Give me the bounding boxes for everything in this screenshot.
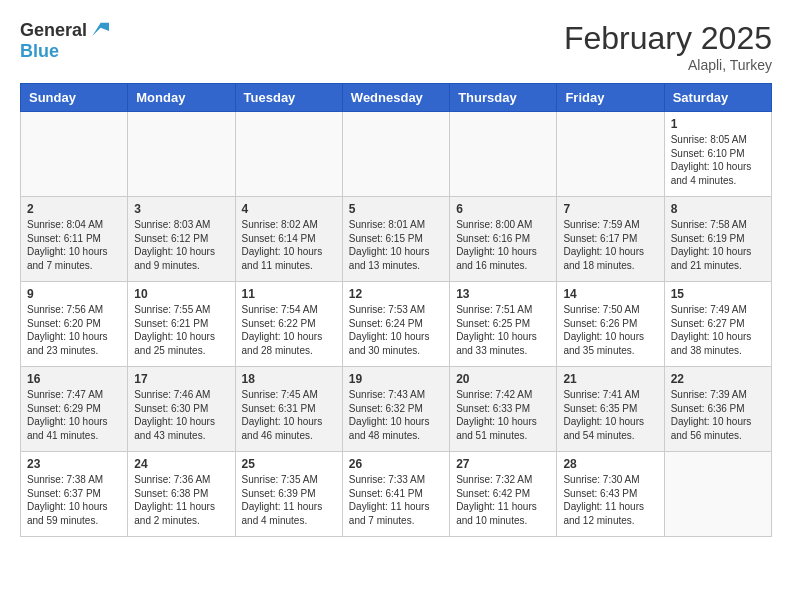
calendar-day: 24Sunrise: 7:36 AM Sunset: 6:38 PM Dayli… <box>128 452 235 537</box>
day-number: 20 <box>456 372 550 386</box>
calendar-day: 15Sunrise: 7:49 AM Sunset: 6:27 PM Dayli… <box>664 282 771 367</box>
subtitle: Alapli, Turkey <box>564 57 772 73</box>
day-number: 3 <box>134 202 228 216</box>
calendar-day: 18Sunrise: 7:45 AM Sunset: 6:31 PM Dayli… <box>235 367 342 452</box>
day-info: Sunrise: 8:04 AM Sunset: 6:11 PM Dayligh… <box>27 218 121 272</box>
day-number: 22 <box>671 372 765 386</box>
day-info: Sunrise: 8:00 AM Sunset: 6:16 PM Dayligh… <box>456 218 550 272</box>
day-number: 5 <box>349 202 443 216</box>
calendar-day: 12Sunrise: 7:53 AM Sunset: 6:24 PM Dayli… <box>342 282 449 367</box>
weekday-header-wednesday: Wednesday <box>342 84 449 112</box>
calendar-week-row: 16Sunrise: 7:47 AM Sunset: 6:29 PM Dayli… <box>21 367 772 452</box>
day-number: 7 <box>563 202 657 216</box>
page-header: General Blue February 2025 Alapli, Turke… <box>20 20 772 73</box>
calendar-day: 8Sunrise: 7:58 AM Sunset: 6:19 PM Daylig… <box>664 197 771 282</box>
day-number: 16 <box>27 372 121 386</box>
day-info: Sunrise: 7:47 AM Sunset: 6:29 PM Dayligh… <box>27 388 121 442</box>
day-info: Sunrise: 7:36 AM Sunset: 6:38 PM Dayligh… <box>134 473 228 527</box>
day-number: 15 <box>671 287 765 301</box>
day-number: 10 <box>134 287 228 301</box>
calendar-day: 9Sunrise: 7:56 AM Sunset: 6:20 PM Daylig… <box>21 282 128 367</box>
day-number: 27 <box>456 457 550 471</box>
day-info: Sunrise: 7:39 AM Sunset: 6:36 PM Dayligh… <box>671 388 765 442</box>
calendar-week-row: 1Sunrise: 8:05 AM Sunset: 6:10 PM Daylig… <box>21 112 772 197</box>
day-info: Sunrise: 7:51 AM Sunset: 6:25 PM Dayligh… <box>456 303 550 357</box>
calendar-day: 5Sunrise: 8:01 AM Sunset: 6:15 PM Daylig… <box>342 197 449 282</box>
calendar-day: 19Sunrise: 7:43 AM Sunset: 6:32 PM Dayli… <box>342 367 449 452</box>
calendar-day <box>450 112 557 197</box>
calendar-day: 4Sunrise: 8:02 AM Sunset: 6:14 PM Daylig… <box>235 197 342 282</box>
title-block: February 2025 Alapli, Turkey <box>564 20 772 73</box>
calendar-day: 27Sunrise: 7:32 AM Sunset: 6:42 PM Dayli… <box>450 452 557 537</box>
calendar-day: 16Sunrise: 7:47 AM Sunset: 6:29 PM Dayli… <box>21 367 128 452</box>
day-info: Sunrise: 7:33 AM Sunset: 6:41 PM Dayligh… <box>349 473 443 527</box>
day-info: Sunrise: 7:38 AM Sunset: 6:37 PM Dayligh… <box>27 473 121 527</box>
calendar-day: 10Sunrise: 7:55 AM Sunset: 6:21 PM Dayli… <box>128 282 235 367</box>
calendar-day: 6Sunrise: 8:00 AM Sunset: 6:16 PM Daylig… <box>450 197 557 282</box>
day-number: 2 <box>27 202 121 216</box>
day-number: 1 <box>671 117 765 131</box>
weekday-header-thursday: Thursday <box>450 84 557 112</box>
day-info: Sunrise: 7:56 AM Sunset: 6:20 PM Dayligh… <box>27 303 121 357</box>
day-info: Sunrise: 7:41 AM Sunset: 6:35 PM Dayligh… <box>563 388 657 442</box>
day-number: 9 <box>27 287 121 301</box>
day-info: Sunrise: 7:30 AM Sunset: 6:43 PM Dayligh… <box>563 473 657 527</box>
calendar-header-row: SundayMondayTuesdayWednesdayThursdayFrid… <box>21 84 772 112</box>
day-number: 14 <box>563 287 657 301</box>
day-number: 23 <box>27 457 121 471</box>
calendar-day: 1Sunrise: 8:05 AM Sunset: 6:10 PM Daylig… <box>664 112 771 197</box>
weekday-header-tuesday: Tuesday <box>235 84 342 112</box>
day-number: 4 <box>242 202 336 216</box>
calendar-table: SundayMondayTuesdayWednesdayThursdayFrid… <box>20 83 772 537</box>
day-info: Sunrise: 7:49 AM Sunset: 6:27 PM Dayligh… <box>671 303 765 357</box>
calendar-day <box>235 112 342 197</box>
calendar-day: 14Sunrise: 7:50 AM Sunset: 6:26 PM Dayli… <box>557 282 664 367</box>
day-number: 26 <box>349 457 443 471</box>
logo-general-text: General <box>20 20 87 41</box>
day-number: 18 <box>242 372 336 386</box>
calendar-week-row: 2Sunrise: 8:04 AM Sunset: 6:11 PM Daylig… <box>21 197 772 282</box>
day-number: 25 <box>242 457 336 471</box>
day-info: Sunrise: 8:05 AM Sunset: 6:10 PM Dayligh… <box>671 133 765 187</box>
logo-blue-text: Blue <box>20 41 59 62</box>
svg-marker-0 <box>92 22 109 35</box>
calendar-day: 21Sunrise: 7:41 AM Sunset: 6:35 PM Dayli… <box>557 367 664 452</box>
calendar-day: 11Sunrise: 7:54 AM Sunset: 6:22 PM Dayli… <box>235 282 342 367</box>
calendar-day: 25Sunrise: 7:35 AM Sunset: 6:39 PM Dayli… <box>235 452 342 537</box>
day-number: 21 <box>563 372 657 386</box>
calendar-day: 22Sunrise: 7:39 AM Sunset: 6:36 PM Dayli… <box>664 367 771 452</box>
day-number: 6 <box>456 202 550 216</box>
day-info: Sunrise: 7:46 AM Sunset: 6:30 PM Dayligh… <box>134 388 228 442</box>
day-info: Sunrise: 7:50 AM Sunset: 6:26 PM Dayligh… <box>563 303 657 357</box>
calendar-day <box>21 112 128 197</box>
calendar-day <box>557 112 664 197</box>
day-info: Sunrise: 7:32 AM Sunset: 6:42 PM Dayligh… <box>456 473 550 527</box>
day-number: 17 <box>134 372 228 386</box>
calendar-day: 23Sunrise: 7:38 AM Sunset: 6:37 PM Dayli… <box>21 452 128 537</box>
calendar-week-row: 9Sunrise: 7:56 AM Sunset: 6:20 PM Daylig… <box>21 282 772 367</box>
calendar-day: 2Sunrise: 8:04 AM Sunset: 6:11 PM Daylig… <box>21 197 128 282</box>
calendar-day <box>664 452 771 537</box>
day-number: 11 <box>242 287 336 301</box>
calendar-week-row: 23Sunrise: 7:38 AM Sunset: 6:37 PM Dayli… <box>21 452 772 537</box>
calendar-day: 7Sunrise: 7:59 AM Sunset: 6:17 PM Daylig… <box>557 197 664 282</box>
calendar-day: 20Sunrise: 7:42 AM Sunset: 6:33 PM Dayli… <box>450 367 557 452</box>
day-number: 28 <box>563 457 657 471</box>
calendar-day <box>128 112 235 197</box>
weekday-header-sunday: Sunday <box>21 84 128 112</box>
logo: General Blue <box>20 20 109 62</box>
day-info: Sunrise: 7:58 AM Sunset: 6:19 PM Dayligh… <box>671 218 765 272</box>
month-title: February 2025 <box>564 20 772 57</box>
calendar-day: 3Sunrise: 8:03 AM Sunset: 6:12 PM Daylig… <box>128 197 235 282</box>
calendar-day: 26Sunrise: 7:33 AM Sunset: 6:41 PM Dayli… <box>342 452 449 537</box>
calendar-day <box>342 112 449 197</box>
day-info: Sunrise: 8:02 AM Sunset: 6:14 PM Dayligh… <box>242 218 336 272</box>
calendar-day: 28Sunrise: 7:30 AM Sunset: 6:43 PM Dayli… <box>557 452 664 537</box>
day-number: 24 <box>134 457 228 471</box>
weekday-header-friday: Friday <box>557 84 664 112</box>
day-info: Sunrise: 7:53 AM Sunset: 6:24 PM Dayligh… <box>349 303 443 357</box>
day-number: 13 <box>456 287 550 301</box>
day-info: Sunrise: 8:01 AM Sunset: 6:15 PM Dayligh… <box>349 218 443 272</box>
day-info: Sunrise: 8:03 AM Sunset: 6:12 PM Dayligh… <box>134 218 228 272</box>
calendar-day: 17Sunrise: 7:46 AM Sunset: 6:30 PM Dayli… <box>128 367 235 452</box>
